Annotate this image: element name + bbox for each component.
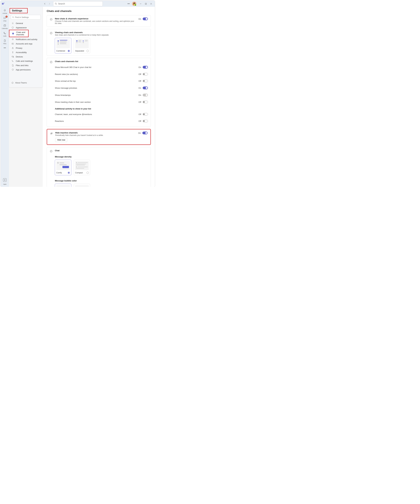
id-card-icon	[12, 42, 14, 45]
radio-combined[interactable]	[68, 50, 70, 52]
nav-privacy[interactable]: Privacy	[9, 46, 42, 50]
nav-label: Devices	[16, 56, 23, 58]
rail-files[interactable]: Files	[1, 38, 8, 45]
nav-general[interactable]: General	[9, 21, 42, 25]
option-bold-color[interactable]: 🍜Noodles! Bold	[55, 184, 71, 187]
hide-now-button[interactable]: Hide now	[55, 138, 67, 142]
toggle[interactable]	[143, 113, 148, 115]
nav-calls-meetings[interactable]: Calls and meetings	[9, 59, 42, 63]
card-title: New chats & channels experience	[55, 18, 136, 20]
option-combined[interactable]: Combined	[55, 38, 71, 54]
card-title: Chat	[55, 149, 148, 152]
settings-title-highlight: Settings	[10, 8, 28, 13]
toggle-state: Off	[139, 101, 141, 103]
nav-label: App permissions	[16, 69, 31, 71]
nav-accounts[interactable]: Accounts and orgs	[9, 42, 42, 46]
nav-accessibility[interactable]: Accessibility	[9, 50, 42, 54]
setting-row: Channel, team, and everyone @mentionsOff	[50, 111, 148, 118]
bell-icon	[12, 38, 14, 41]
setting-row: Show unread at the topOff	[50, 78, 148, 84]
about-teams[interactable]: About Teams	[9, 80, 42, 85]
toggle-new-experience[interactable]	[143, 18, 148, 20]
rail-label: Calendar	[2, 28, 8, 29]
minimize-button[interactable]	[138, 1, 143, 6]
nav-label: Accessibility	[16, 51, 27, 54]
card-desc: See chats and channels in a combined lis…	[55, 34, 148, 36]
toggle-state: Off	[139, 80, 141, 82]
back-button[interactable]	[43, 1, 47, 6]
toggle[interactable]	[143, 66, 148, 69]
preview-bold: 🍜Noodles!	[56, 185, 70, 187]
toggle-state: On	[139, 18, 141, 20]
global-search[interactable]	[53, 1, 103, 6]
setting-label: Show timestamps	[55, 94, 71, 96]
rail-calendar[interactable]: Calendar	[1, 23, 8, 30]
card-viewing: Viewing chats and channels See chats and…	[47, 29, 151, 56]
toggle[interactable]	[143, 73, 148, 75]
gear-icon	[12, 22, 14, 24]
toggle[interactable]	[143, 87, 148, 89]
maximize-button[interactable]	[143, 1, 148, 6]
forward-button[interactable]	[47, 1, 52, 6]
setting-row: Show Microsoft 365 Chat in your chat lis…	[50, 64, 148, 71]
preview-comfy	[56, 161, 70, 170]
user-avatar[interactable]: 👧	[132, 1, 136, 6]
option-label: Comfy	[56, 172, 62, 174]
toggle[interactable]	[143, 120, 148, 122]
toggle-state: On	[139, 94, 141, 96]
nav-chats-channels[interactable]: Chats and channels	[9, 30, 29, 37]
titlebar-more-icon[interactable]: •••	[127, 2, 130, 5]
chat-badge: 4	[6, 16, 8, 18]
settings-content: Chats and channels New chats & channels …	[43, 7, 155, 187]
color-heading: Message bubble color	[55, 180, 148, 182]
rail-label: Chat	[3, 20, 6, 22]
option-comfy[interactable]: Comfy	[55, 160, 71, 175]
rail-calls[interactable]: Calls	[1, 31, 8, 37]
toggle[interactable]	[143, 80, 148, 82]
settings-search-input[interactable]	[15, 16, 39, 18]
setting-label: Reactions	[55, 120, 64, 122]
close-button[interactable]	[148, 1, 154, 6]
option-label: Compact	[75, 172, 83, 174]
nav-notifications[interactable]: Notifications and activity	[9, 37, 42, 42]
nav-label: Appearance	[16, 26, 27, 29]
settings-search[interactable]	[11, 15, 41, 19]
nav-files-links[interactable]: Files and links	[9, 63, 42, 67]
nav-devices[interactable]: Devices	[9, 54, 42, 59]
svg-rect-12	[12, 48, 13, 49]
rail-chat[interactable]: 4 Chat	[1, 16, 8, 22]
info-icon	[12, 82, 14, 84]
setting-row: Show timestampsOn	[50, 91, 148, 99]
radio-separated[interactable]	[87, 50, 89, 52]
radio-compact[interactable]	[87, 172, 89, 174]
rail-activity[interactable]: Activity	[1, 8, 8, 15]
nav-app-permissions[interactable]: App permissions	[9, 67, 42, 72]
option-separated[interactable]: Separated	[74, 38, 90, 54]
toggle[interactable]	[143, 101, 148, 103]
rail-more-icon[interactable]: •••	[4, 47, 6, 49]
rail-label: Activity	[2, 12, 7, 14]
toggle-state: On	[139, 66, 141, 68]
chat-bubble-icon	[50, 18, 53, 21]
palette-icon	[12, 26, 14, 29]
search-input[interactable]	[58, 2, 101, 5]
chat-bubble-icon	[50, 150, 53, 153]
option-compact[interactable]: Compact	[74, 160, 90, 175]
app-rail: Activity 4 Chat Calendar Calls Files •••	[1, 7, 9, 187]
setting-row: Show message previewsOn	[50, 84, 148, 91]
option-light-color[interactable]: 🍜Noodles! Light	[74, 184, 90, 187]
lock-icon	[12, 47, 14, 49]
nav-label: Files and links	[16, 64, 29, 66]
toggle-hide-inactive[interactable]	[142, 132, 148, 134]
radio-comfy[interactable]	[68, 172, 70, 174]
svg-text:T: T	[2, 3, 3, 5]
nav-appearance[interactable]: Appearance	[9, 25, 42, 30]
toggle	[143, 94, 148, 96]
toggle-state: Off	[139, 73, 141, 75]
settings-title: Settings	[12, 9, 22, 12]
preview-separated	[75, 39, 89, 48]
toggle-state: Off	[139, 113, 141, 115]
rail-label: Calls	[3, 35, 6, 37]
rail-apps-button[interactable]	[3, 178, 6, 182]
card-hide-inactive: Hide inactive channels Periodically hide…	[47, 129, 151, 145]
